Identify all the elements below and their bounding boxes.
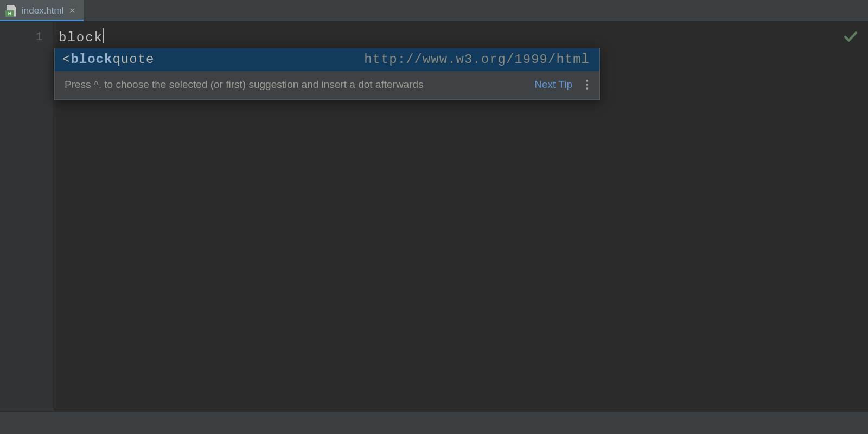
inspection-status-check-icon[interactable] — [843, 30, 858, 49]
tab-bar: H index.html ✕ — [0, 0, 868, 22]
html-file-icon: H — [5, 5, 17, 17]
suggestion-namespace: http://www.w3.org/1999/html — [364, 50, 590, 69]
tab-index-html[interactable]: H index.html ✕ — [0, 0, 84, 21]
tab-label: index.html — [22, 5, 63, 16]
suggestion-text: <blockquote — [62, 50, 154, 69]
autocomplete-hint: Press ^. to choose the selected (or firs… — [65, 75, 534, 94]
autocomplete-footer: Press ^. to choose the selected (or firs… — [55, 71, 599, 99]
close-icon[interactable]: ✕ — [68, 6, 77, 16]
more-options-icon[interactable] — [582, 80, 592, 90]
autocomplete-popup: <blockquote http://www.w3.org/1999/html … — [54, 48, 600, 100]
code-text: block — [59, 29, 103, 47]
autocomplete-item-blockquote[interactable]: <blockquote http://www.w3.org/1999/html — [55, 48, 599, 71]
line-gutter: 1 — [0, 22, 53, 411]
status-bar — [0, 411, 868, 434]
line-number: 1 — [0, 28, 43, 47]
code-area[interactable]: block <blockquote http://www.w3.org/1999… — [53, 22, 868, 411]
editor-area: 1 block <blockquote http://www.w3.org/19… — [0, 22, 868, 411]
next-tip-link[interactable]: Next Tip — [534, 75, 572, 94]
